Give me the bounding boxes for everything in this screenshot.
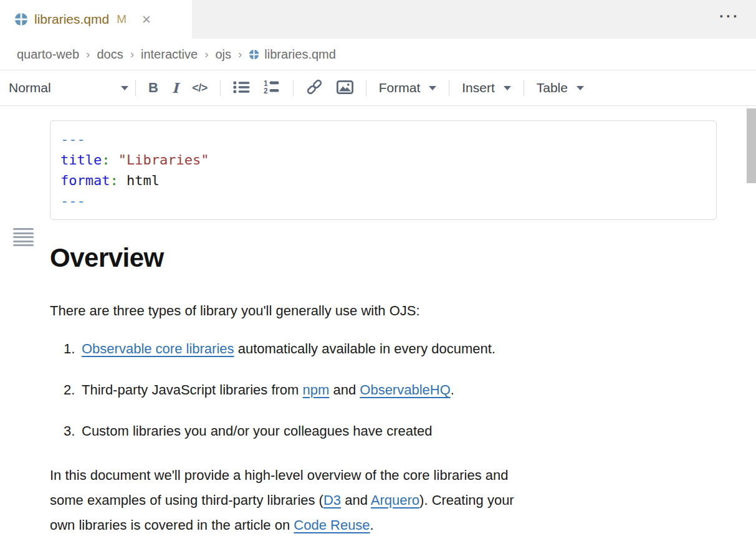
svg-text:2: 2: [264, 87, 268, 94]
yaml-token: "Libraries": [118, 152, 209, 168]
insert-link-button[interactable]: [299, 75, 330, 100]
toolbar-divider: [220, 80, 221, 96]
scrollbar-thumb[interactable]: [747, 108, 756, 183]
tab-bar: libraries.qmd M ✕ ···: [0, 0, 756, 39]
text-run: Custom libraries you and/or your colleag…: [82, 423, 433, 439]
breadcrumb-separator: ›: [204, 47, 208, 61]
breadcrumb-item-file[interactable]: libraries.qmd: [249, 47, 335, 62]
yaml-token: html: [118, 173, 160, 188]
yaml-token: ---: [60, 193, 85, 209]
more-actions-icon[interactable]: ···: [719, 9, 740, 24]
modified-badge: M: [117, 12, 127, 26]
visual-editor-content[interactable]: ---title: "Libraries"format: html--- Ove…: [0, 106, 756, 538]
list-item: 2.Third-party JavaScript libraries from …: [64, 381, 717, 399]
breadcrumb-item-quarto-web[interactable]: quarto-web: [17, 47, 79, 62]
insert-menu-label: Insert: [462, 80, 495, 95]
link[interactable]: ObservableHQ: [360, 382, 451, 398]
quarto-file-icon: [14, 12, 28, 26]
toolbar-divider: [449, 80, 449, 96]
image-icon: [337, 80, 353, 96]
paragraph-style-dropdown[interactable]: Normal: [7, 75, 130, 100]
text-run: and: [329, 382, 360, 398]
text-run: automatically available in every documen…: [234, 341, 495, 356]
paragraph-style-value: Normal: [9, 80, 51, 95]
yaml-token: title: [60, 152, 102, 168]
yaml-token: :: [102, 152, 110, 168]
text-run: own libraries is covered in the article …: [50, 517, 294, 533]
link-icon: [306, 79, 323, 97]
text-run: There are three types of library you'll …: [50, 303, 420, 318]
link[interactable]: npm: [303, 382, 330, 398]
list-marker: 2.: [64, 381, 82, 399]
chevron-down-icon: [429, 86, 436, 90]
chevron-down-icon: [121, 86, 128, 90]
numbered-list[interactable]: 1.Observable core libraries automaticall…: [50, 340, 717, 441]
code-button[interactable]: </>: [185, 75, 214, 100]
tab-title: libraries.qmd: [34, 12, 109, 27]
yaml-token: [110, 152, 118, 168]
breadcrumb-item-docs[interactable]: docs: [97, 47, 123, 62]
yaml-code-line: ---: [60, 191, 706, 211]
formatting-toolbar: Normal B I </> 1 2: [0, 70, 756, 106]
toolbar-divider: [293, 80, 294, 96]
tab-libraries-qmd[interactable]: libraries.qmd M ✕: [0, 0, 192, 39]
text-run: Third-party JavaScript libraries from: [82, 382, 303, 398]
breadcrumb-file-label: libraries.qmd: [264, 47, 335, 62]
link[interactable]: Arquero: [371, 492, 419, 508]
numbered-list-icon: 1 2: [264, 80, 280, 96]
yaml-code-line: title: "Libraries": [60, 150, 706, 170]
yaml-code-line: format: html: [60, 170, 706, 191]
bullet-list-button[interactable]: [226, 75, 257, 100]
text-run: .: [451, 382, 454, 398]
breadcrumb-separator: ›: [86, 47, 90, 61]
format-menu-label: Format: [379, 80, 421, 95]
link[interactable]: Observable core libraries: [82, 341, 234, 356]
text-run: and: [341, 492, 371, 508]
closing-paragraph[interactable]: In this document we'll provide a high-le…: [50, 463, 717, 538]
table-menu[interactable]: Table: [530, 75, 591, 100]
insert-menu[interactable]: Insert: [455, 75, 518, 100]
yaml-token: ---: [60, 131, 85, 147]
yaml-metadata-block[interactable]: ---title: "Libraries"format: html---: [50, 120, 717, 220]
list-item: 3.Custom libraries you and/or your colle…: [64, 422, 717, 441]
close-icon[interactable]: ✕: [141, 12, 151, 27]
tab-bar-empty-area: ···: [192, 0, 756, 39]
chevron-down-icon: [504, 86, 511, 90]
format-menu[interactable]: Format: [372, 75, 444, 100]
document-heading[interactable]: Overview: [50, 244, 717, 272]
text-run: ). Creating your: [419, 492, 514, 508]
text-run: some examples of using third-party libra…: [50, 492, 323, 508]
chevron-down-icon: [577, 86, 584, 90]
insert-image-button[interactable]: [330, 75, 360, 100]
table-menu-label: Table: [537, 80, 568, 95]
scrollbar[interactable]: [747, 107, 756, 554]
bold-button[interactable]: B: [141, 75, 165, 100]
breadcrumb-separator: ›: [238, 47, 242, 61]
yaml-code-line: ---: [60, 129, 706, 150]
numbered-list-button[interactable]: 1 2: [257, 75, 287, 100]
text-run: .: [370, 517, 374, 533]
breadcrumb-item-ojs[interactable]: ojs: [215, 47, 231, 62]
intro-paragraph[interactable]: There are three types of library you'll …: [50, 298, 717, 323]
breadcrumb: quarto-web › docs › interactive › ojs › …: [0, 39, 756, 70]
toolbar-divider: [135, 80, 136, 96]
block-drag-handle-icon[interactable]: [13, 228, 34, 246]
toolbar-divider: [524, 80, 524, 96]
link[interactable]: Code Reuse: [294, 517, 370, 533]
quarto-file-icon: [249, 49, 259, 60]
link[interactable]: D3: [323, 492, 341, 508]
text-run: In this document we'll provide a high-le…: [50, 467, 508, 483]
toolbar-divider: [366, 80, 366, 96]
breadcrumb-separator: ›: [130, 47, 134, 61]
yaml-token: :: [110, 173, 118, 188]
yaml-token: format: [60, 173, 110, 188]
bullet-list-icon: [233, 80, 250, 96]
list-marker: 1.: [64, 340, 82, 358]
list-item: 1.Observable core libraries automaticall…: [64, 340, 717, 358]
breadcrumb-item-interactive[interactable]: interactive: [141, 47, 198, 62]
italic-button[interactable]: I: [165, 75, 185, 100]
list-marker: 3.: [64, 422, 82, 441]
